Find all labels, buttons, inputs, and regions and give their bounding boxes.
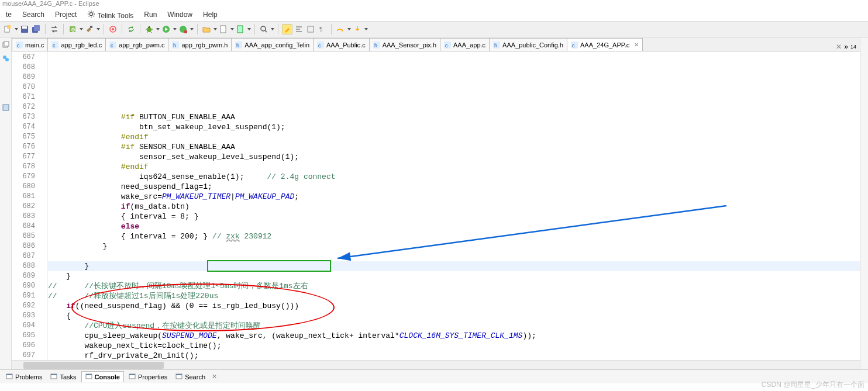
- code-line[interactable]: { interval = 200; } // zxk 230912: [48, 231, 860, 241]
- code-line[interactable]: #if SENSOR_FUN_ENABLE_AAA: [48, 142, 860, 152]
- svg-rect-15: [184, 30, 187, 33]
- debug-icon[interactable]: [144, 24, 154, 34]
- view-tab[interactable]: Tasks: [47, 372, 80, 382]
- code-line[interactable]: iqs624_sense_enable(1); // 2.4g connect: [48, 172, 860, 182]
- run-icon[interactable]: [161, 24, 171, 34]
- svg-point-11: [112, 28, 114, 30]
- dropdown-arrow-icon[interactable]: [190, 28, 194, 30]
- code-line[interactable]: btn_set_wakeup_level_suspend(1);: [48, 122, 860, 132]
- menu-item[interactable]: Run: [139, 9, 161, 20]
- editor-tab[interactable]: capp_rgb_pwm.c: [105, 38, 168, 51]
- editor-tab[interactable]: happ_rgb_pwm.h: [168, 38, 232, 51]
- step-over-icon[interactable]: [335, 24, 346, 34]
- code-line[interactable]: cpu_sleep_wakeup(SUSPEND_MODE, wake_src,…: [48, 331, 860, 341]
- code-line[interactable]: //CPU进入suspend，在按键变化或是指定时间唤醒: [48, 321, 860, 331]
- code-line[interactable]: #endif: [48, 162, 860, 172]
- code-line[interactable]: // //长按键不放时，间隔10ms唤配处理1~5ms时间，多数是1ms左右: [48, 281, 860, 291]
- close-icon[interactable]: ✕: [634, 41, 639, 48]
- dropdown-arrow-icon[interactable]: [230, 28, 234, 30]
- code-line[interactable]: {: [48, 311, 860, 321]
- editor-tab[interactable]: cmain.c: [12, 38, 48, 51]
- dropdown-arrow-icon[interactable]: [364, 28, 368, 30]
- highlight-icon[interactable]: [282, 24, 292, 34]
- outline-icon[interactable]: [1, 103, 11, 112]
- menu-item[interactable]: te: [1, 9, 16, 20]
- whitespace-icon[interactable]: ¶: [317, 24, 328, 34]
- horizontal-scrollbar[interactable]: [12, 360, 860, 369]
- code-line[interactable]: need_suspend_flag=1;: [48, 182, 860, 192]
- code-line[interactable]: #if BUTTON_FUN_ENABLE_AAA: [48, 112, 860, 122]
- new-class-icon[interactable]: [235, 24, 246, 34]
- h-file-icon: h: [172, 41, 179, 49]
- save-icon[interactable]: [19, 24, 30, 34]
- editor-tab[interactable]: hAAA_app_config_Telin: [231, 38, 314, 51]
- svg-rect-16: [221, 26, 226, 33]
- code-line[interactable]: sensor_set_wakeup_level_suspend(1);: [48, 152, 860, 162]
- code-line[interactable]: rf_drv_private_2m_init();: [48, 351, 860, 360]
- fold-column[interactable]: [40, 51, 48, 360]
- dropdown-arrow-icon[interactable]: [213, 28, 217, 30]
- new-icon[interactable]: [2, 24, 13, 34]
- editor-tab[interactable]: cAAA_app.c: [440, 38, 490, 51]
- c-file-icon: c: [317, 41, 324, 49]
- code-editor[interactable]: 6676686696706716726736746756766776786796…: [12, 51, 860, 360]
- chevron-right-icon[interactable]: »: [844, 43, 848, 51]
- view-tab[interactable]: Console: [81, 371, 124, 382]
- target-icon[interactable]: [108, 24, 118, 34]
- breakpoints-icon[interactable]: [1, 54, 11, 63]
- search-icon[interactable]: [259, 24, 269, 34]
- dropdown-arrow-icon[interactable]: [347, 28, 351, 30]
- code-line[interactable]: wake_src=PM_WAKEUP_TIMER|PM_WAKEUP_PAD;: [48, 192, 860, 202]
- format-icon[interactable]: [294, 24, 304, 34]
- code-line[interactable]: [48, 251, 860, 261]
- restore-icon[interactable]: [1, 40, 11, 49]
- code-line[interactable]: { interval = 8; }: [48, 212, 860, 222]
- code-line[interactable]: }: [48, 241, 860, 251]
- code-line[interactable]: #endif: [48, 132, 860, 142]
- dropdown-arrow-icon[interactable]: [247, 28, 251, 30]
- code-line[interactable]: if((need_suspend_flag) && (0 == is_rgb_l…: [48, 301, 860, 311]
- dropdown-arrow-icon[interactable]: [97, 28, 100, 30]
- dropdown-arrow-icon[interactable]: [156, 28, 160, 30]
- editor-tab[interactable]: capp_rgb_led.c: [47, 38, 106, 51]
- code-line[interactable]: if(ms_data.btn): [48, 202, 860, 212]
- dropdown-arrow-icon[interactable]: [15, 28, 18, 30]
- view-tab[interactable]: Problems: [2, 372, 46, 382]
- code-line[interactable]: wakeup_next_tick=clock_time();: [48, 341, 860, 351]
- ext-tools-icon[interactable]: [178, 24, 188, 34]
- step-into-icon[interactable]: [352, 24, 363, 34]
- view-tab[interactable]: Search: [172, 372, 209, 382]
- menu-item[interactable]: Project: [50, 9, 81, 20]
- overview-ruler[interactable]: [860, 37, 868, 369]
- view-tab[interactable]: Properties: [125, 372, 171, 382]
- svg-text:c: c: [572, 43, 575, 49]
- editor-tab[interactable]: hAAA_public_Config.h: [489, 38, 567, 51]
- code-line[interactable]: }: [48, 271, 860, 281]
- switch-icon[interactable]: [49, 24, 60, 34]
- menu-item[interactable]: Search: [18, 9, 49, 20]
- dropdown-arrow-icon[interactable]: [271, 28, 274, 30]
- code-line[interactable]: }: [48, 261, 860, 271]
- code-line[interactable]: // //释放按键超过1s后间隔1s处理220us: [48, 291, 860, 301]
- view-tab-label: Console: [95, 373, 120, 380]
- menu-item[interactable]: Telink Tools: [82, 9, 138, 21]
- close-icon[interactable]: ✕: [836, 43, 842, 51]
- editor-tab[interactable]: hAAA_Sensor_pix.h: [369, 38, 440, 51]
- menu-item[interactable]: Window: [163, 9, 197, 20]
- code-line[interactable]: else: [48, 222, 860, 231]
- block-icon[interactable]: [305, 24, 316, 34]
- dropdown-arrow-icon[interactable]: [80, 28, 83, 30]
- build-icon[interactable]: ⚙: [67, 24, 78, 34]
- c-file-icon: c: [51, 41, 58, 49]
- dropdown-arrow-icon[interactable]: [173, 28, 177, 30]
- save-all-icon[interactable]: [31, 24, 42, 34]
- editor-tab[interactable]: cAAA_Public.c: [313, 38, 370, 51]
- close-icon[interactable]: ✕: [210, 373, 217, 380]
- code-text[interactable]: #if BUTTON_FUN_ENABLE_AAA btn_set_wakeup…: [48, 51, 860, 360]
- new-folder-icon[interactable]: [201, 24, 212, 34]
- hammer-icon[interactable]: [84, 24, 95, 34]
- editor-tab[interactable]: cAAA_24G_APP.c✕: [567, 38, 643, 51]
- menu-item[interactable]: Help: [198, 9, 222, 20]
- refresh-icon[interactable]: [126, 24, 136, 34]
- new-file-icon[interactable]: [218, 24, 229, 34]
